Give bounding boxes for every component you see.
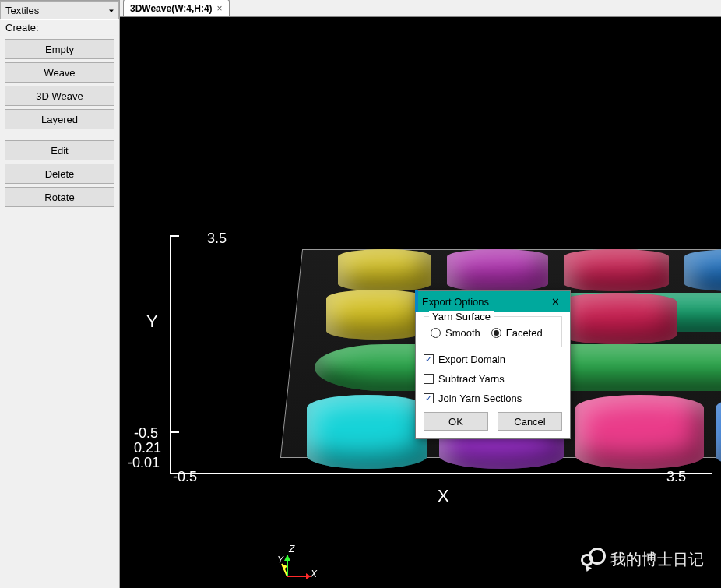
ok-label: OK bbox=[448, 416, 463, 428]
action-button-stack: Edit Delete Rotate bbox=[0, 137, 119, 212]
ok-button[interactable]: OK bbox=[424, 412, 488, 431]
yarn bbox=[684, 249, 721, 291]
create-button-stack: Empty Weave 3D Weave Layered bbox=[0, 36, 119, 134]
triad-x-label: X bbox=[311, 569, 317, 579]
viewport-3d[interactable]: -0.5 3.5 -0.5 3.5 -0.01 0.21 X Y bbox=[120, 17, 721, 588]
triad-z-label: Z bbox=[289, 544, 294, 555]
watermark-text: 我的博士日记 bbox=[610, 549, 704, 570]
app-root: Textiles ▼ Create: Empty Weave 3D Weave … bbox=[0, 0, 721, 588]
check-join-yarn-sections[interactable]: Join Yarn Sections bbox=[424, 393, 562, 404]
create-empty-button[interactable]: Empty bbox=[5, 39, 114, 59]
create-layered-button[interactable]: Layered bbox=[5, 109, 114, 129]
radio-smooth-label: Smooth bbox=[445, 327, 480, 339]
y-tick-max: 3.5 bbox=[207, 231, 227, 247]
delete-button[interactable]: Delete bbox=[5, 164, 114, 184]
export-options-dialog: Export Options ✕ Yarn Surface Smooth bbox=[415, 290, 571, 439]
create-weave-button[interactable]: Weave bbox=[5, 62, 114, 83]
check-join-yarn-sections-label: Join Yarn Sections bbox=[438, 393, 522, 404]
yarn bbox=[564, 249, 669, 291]
orientation-triad: X Y Z bbox=[280, 545, 318, 584]
close-icon: ✕ bbox=[551, 296, 560, 308]
y-axis-label: Y bbox=[146, 312, 158, 332]
rotate-label: Rotate bbox=[44, 192, 74, 203]
yarn bbox=[575, 395, 704, 469]
y-tick-min: -0.5 bbox=[134, 425, 158, 442]
radio-faceted-label: Faceted bbox=[506, 327, 543, 339]
create-weave-label: Weave bbox=[44, 67, 75, 79]
radio-icon bbox=[491, 328, 501, 338]
cancel-button[interactable]: Cancel bbox=[498, 412, 562, 431]
create-group-title: Create: bbox=[0, 19, 119, 36]
sidebar: Textiles ▼ Create: Empty Weave 3D Weave … bbox=[0, 0, 120, 588]
yarn bbox=[716, 395, 721, 469]
create-3dweave-button[interactable]: 3D Weave bbox=[5, 86, 114, 106]
tab-label: 3DWeave(W:4,H:4) bbox=[130, 3, 213, 14]
triad-y-label: Y bbox=[277, 555, 283, 565]
yarn bbox=[447, 249, 548, 291]
tab-3dweave[interactable]: 3DWeave(W:4,H:4) × bbox=[123, 0, 230, 16]
check-subtract-yarns[interactable]: Subtract Yarns bbox=[424, 373, 562, 385]
dialog-body: Yarn Surface Smooth Faceted bbox=[416, 312, 570, 438]
svg-marker-5 bbox=[284, 555, 290, 561]
yarn-surface-group: Yarn Surface Smooth Faceted bbox=[424, 316, 562, 347]
create-empty-label: Empty bbox=[45, 44, 74, 55]
create-layered-label: Layered bbox=[41, 114, 78, 125]
edit-button[interactable]: Edit bbox=[5, 140, 114, 160]
delete-label: Delete bbox=[45, 168, 75, 180]
rotate-button[interactable]: Rotate bbox=[5, 187, 114, 207]
create-3dweave-label: 3D Weave bbox=[36, 90, 83, 102]
dialog-close-button[interactable]: ✕ bbox=[542, 294, 568, 309]
radio-faceted[interactable]: Faceted bbox=[491, 327, 543, 339]
yarn bbox=[338, 249, 431, 291]
z-tick-min: -0.01 bbox=[128, 455, 160, 471]
x-tick-min: -0.5 bbox=[173, 469, 197, 485]
yarn bbox=[326, 290, 426, 340]
dialog-title: Export Options bbox=[422, 296, 489, 308]
check-subtract-yarns-label: Subtract Yarns bbox=[438, 373, 505, 385]
main-area: 3DWeave(W:4,H:4) × -0.5 3.5 -0.5 3.5 -0.… bbox=[120, 0, 721, 588]
radio-smooth[interactable]: Smooth bbox=[431, 327, 480, 339]
cancel-label: Cancel bbox=[514, 416, 545, 428]
chevron-down-icon: ▼ bbox=[107, 8, 115, 13]
wechat-icon bbox=[581, 548, 604, 571]
z-tick-max: 0.21 bbox=[134, 440, 161, 456]
tab-bar: 3DWeave(W:4,H:4) × bbox=[120, 0, 721, 17]
checkbox-icon bbox=[424, 354, 434, 364]
close-icon[interactable]: × bbox=[217, 3, 223, 14]
radio-icon bbox=[431, 328, 441, 338]
check-export-domain-label: Export Domain bbox=[438, 354, 505, 365]
edit-label: Edit bbox=[51, 145, 68, 157]
yz-axis-line bbox=[170, 235, 171, 473]
checkbox-icon bbox=[424, 393, 434, 403]
watermark: 我的博士日记 bbox=[581, 548, 704, 571]
dialog-titlebar[interactable]: Export Options ✕ bbox=[416, 291, 570, 312]
y-tick-top bbox=[170, 235, 179, 237]
yarn-surface-legend: Yarn Surface bbox=[429, 311, 494, 322]
textiles-dropdown[interactable]: Textiles ▼ bbox=[0, 1, 119, 19]
check-export-domain[interactable]: Export Domain bbox=[424, 354, 562, 365]
checkbox-icon bbox=[424, 374, 434, 384]
y-tick-bottom bbox=[170, 431, 179, 433]
yarn bbox=[307, 395, 427, 469]
yarn bbox=[560, 293, 677, 344]
textiles-dropdown-label: Textiles bbox=[5, 5, 39, 16]
